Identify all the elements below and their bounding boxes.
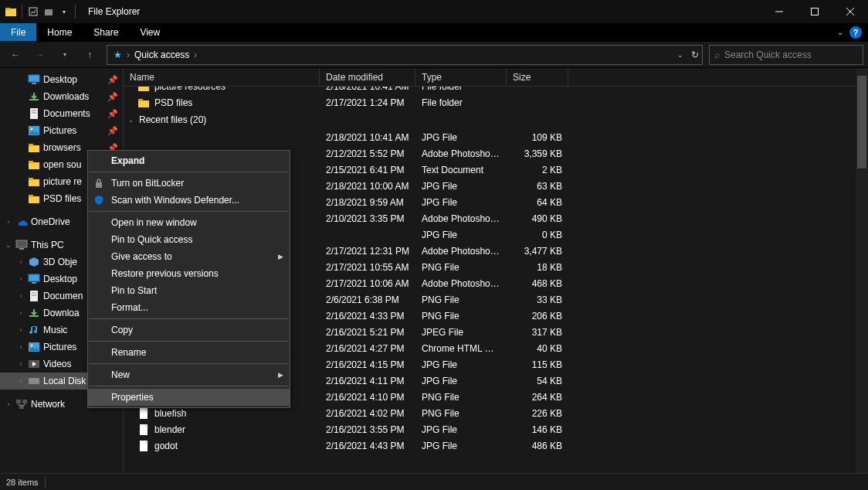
- context-menu-item[interactable]: Scan with Windows Defender...: [88, 192, 290, 209]
- file-type: Chrome HTML Do...: [415, 343, 507, 354]
- context-menu-item[interactable]: Pin to Quick access: [88, 231, 290, 248]
- context-menu-label: New: [111, 369, 130, 380]
- group-label: Recent files (20): [139, 114, 206, 125]
- file-size: 64 KB: [507, 197, 568, 208]
- file-name: picture resources: [154, 87, 225, 92]
- file-type: JPEG File: [415, 327, 507, 338]
- downloads-icon: [28, 90, 40, 103]
- context-menu-item[interactable]: Format...: [88, 299, 290, 316]
- address-dropdown-icon[interactable]: ⌄: [677, 51, 683, 59]
- recent-locations-icon[interactable]: ▾: [54, 44, 76, 66]
- help-icon[interactable]: ?: [849, 26, 862, 39]
- context-menu-item[interactable]: Turn on BitLocker: [88, 175, 290, 192]
- title-bar: ▾ File Explorer: [0, 0, 868, 23]
- address-bar[interactable]: ★ › Quick access › ⌄ ↻: [107, 45, 703, 65]
- context-menu-item[interactable]: Rename: [88, 344, 290, 361]
- up-button[interactable]: ↑: [79, 44, 100, 66]
- tree-item[interactable]: Desktop📌: [0, 71, 123, 88]
- context-menu-label: Expand: [111, 155, 144, 166]
- svg-rect-2: [29, 8, 37, 15]
- file-size: 2 KB: [507, 165, 568, 175]
- col-name[interactable]: Name: [124, 68, 320, 86]
- file-size: 18 KB: [507, 262, 568, 273]
- status-item-count: 28 items: [6, 478, 39, 487]
- folder-row[interactable]: PSD files2/17/2021 1:24 PMFile folder: [124, 94, 868, 111]
- folder-row[interactable]: picture resources2/18/2021 10:41 AMFile …: [124, 87, 868, 94]
- forward-button[interactable]: →: [29, 44, 51, 66]
- scrollbar[interactable]: [856, 68, 868, 473]
- col-size[interactable]: Size: [507, 68, 568, 86]
- disk-icon: [28, 375, 40, 387]
- view-tab[interactable]: View: [129, 23, 171, 41]
- explorer-icon: [5, 5, 17, 18]
- context-menu-label: Copy: [111, 325, 133, 335]
- qa-customize-icon[interactable]: ▾: [58, 5, 70, 18]
- share-tab[interactable]: Share: [83, 23, 129, 41]
- search-icon: ⌕: [714, 49, 720, 60]
- qa-newfolder-icon[interactable]: [42, 5, 55, 18]
- file-size: 0 KB: [507, 230, 568, 240]
- crumb-sep-icon[interactable]: ›: [192, 49, 198, 60]
- back-button[interactable]: ←: [5, 44, 26, 66]
- crumb-sep-icon[interactable]: ›: [125, 49, 131, 60]
- tree-item-label: Documents: [43, 108, 90, 119]
- downloads-icon: [28, 307, 40, 319]
- svg-rect-25: [19, 248, 24, 250]
- minimize-button[interactable]: [761, 0, 797, 23]
- context-menu-item[interactable]: Restore previous versions: [88, 265, 290, 282]
- home-tab[interactable]: Home: [36, 23, 83, 41]
- maximize-button[interactable]: [797, 0, 832, 23]
- defender-icon: [93, 194, 105, 206]
- tree-item-label: Pictures: [43, 342, 76, 352]
- col-date[interactable]: Date modified: [320, 68, 415, 86]
- svg-rect-17: [29, 144, 33, 146]
- refresh-icon[interactable]: ↻: [691, 49, 699, 60]
- file-date: 2/18/2021 9:59 AM: [320, 197, 415, 208]
- tree-item[interactable]: Downloads📌: [0, 88, 123, 105]
- svg-rect-18: [29, 162, 39, 169]
- column-headers[interactable]: Name Date modified Type Size: [124, 68, 868, 87]
- svg-rect-5: [812, 9, 819, 15]
- file-type: File folder: [415, 97, 507, 108]
- qa-properties-icon[interactable]: [27, 5, 39, 18]
- context-menu-item[interactable]: Give access to▶: [88, 248, 290, 265]
- file-date: 2/18/2021 10:00 AM: [320, 181, 415, 192]
- context-menu-label: Pin to Quick access: [111, 234, 192, 245]
- file-size: 264 KB: [507, 392, 568, 403]
- col-type[interactable]: Type: [415, 68, 507, 86]
- file-menu[interactable]: File: [0, 23, 36, 41]
- folder-icon: [28, 192, 40, 205]
- folder-icon: [28, 141, 40, 154]
- context-menu-item[interactable]: Properties: [88, 389, 290, 406]
- group-header[interactable]: ⌄Recent files (20): [124, 111, 868, 129]
- file-row[interactable]: blender2/16/2021 3:55 PMJPG File146 KB: [124, 421, 868, 437]
- context-menu-item[interactable]: Copy: [88, 322, 290, 339]
- tree-item[interactable]: Documents📌: [0, 105, 123, 122]
- file-size: 40 KB: [507, 343, 568, 354]
- breadcrumb[interactable]: Quick access: [131, 49, 192, 60]
- ribbon-expand-icon[interactable]: ⌄: [837, 28, 843, 36]
- videos-icon: [28, 358, 40, 370]
- context-menu-label: Pin to Start: [111, 285, 157, 296]
- file-row[interactable]: 2/18/2021 10:41 AMJPG File109 KB: [124, 129, 868, 145]
- file-size: 226 KB: [507, 408, 568, 419]
- submenu-arrow-icon: ▶: [278, 371, 283, 379]
- file-row[interactable]: godot2/16/2021 4:43 PMJPG File486 KB: [124, 437, 868, 454]
- svg-rect-9: [32, 83, 36, 84]
- svg-rect-8: [29, 75, 39, 82]
- tree-item-label: Downloa: [43, 308, 80, 318]
- svg-rect-48: [96, 182, 102, 188]
- search-input[interactable]: ⌕ Search Quick access: [709, 45, 863, 65]
- file-size: 63 KB: [507, 181, 568, 192]
- svg-rect-3: [45, 9, 53, 15]
- context-menu-item[interactable]: Expand: [88, 152, 290, 169]
- close-button[interactable]: [832, 0, 868, 23]
- desktop-icon: [28, 273, 40, 285]
- pin-icon: 📌: [107, 75, 118, 85]
- svg-rect-10: [29, 99, 39, 100]
- context-menu-item[interactable]: Open in new window: [88, 214, 290, 231]
- chevron-down-icon: ⌄: [128, 116, 134, 124]
- tree-item[interactable]: Pictures📌: [0, 122, 123, 139]
- context-menu-item[interactable]: Pin to Start: [88, 282, 290, 299]
- context-menu-item[interactable]: New▶: [88, 366, 290, 383]
